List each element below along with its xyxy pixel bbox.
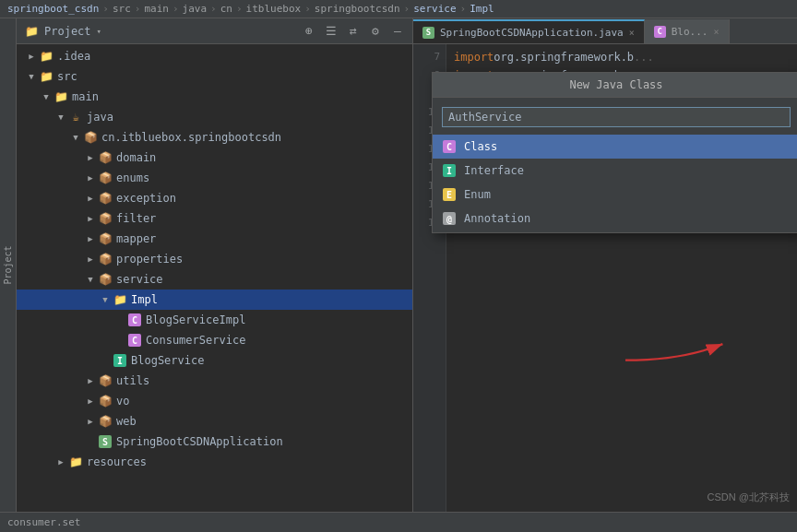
tree-arrow-12: ▼	[98, 292, 113, 307]
class-name-input[interactable]	[442, 107, 791, 127]
tree-label-9: mapper	[116, 232, 156, 245]
tree-arrow-16: ▶	[83, 373, 98, 388]
popup-item-icon-2: E	[442, 187, 457, 202]
editor-tabs: SSpringBootCSDNApplication.java×CBlo...×	[413, 18, 797, 44]
tree-label-6: enums	[116, 171, 149, 184]
sidebar-label-text: Project	[3, 245, 13, 284]
tree-label-14: ConsumerService	[146, 334, 245, 347]
tab-close-1[interactable]: ×	[713, 27, 719, 37]
tree-item-13[interactable]: CBlogServiceImpl	[17, 310, 412, 330]
tree-item-5[interactable]: ▶📦domain	[17, 148, 412, 168]
toolbar-settings-icon[interactable]: ⚙	[368, 24, 383, 39]
tree-label-11: service	[116, 273, 163, 286]
tree-icon-13: C	[127, 313, 142, 327]
tab-label-0: SpringBootCSDNApplication.java	[440, 27, 624, 39]
toolbar-add-icon[interactable]: ⊕	[302, 24, 316, 39]
title-part-3[interactable]: main	[144, 3, 169, 15]
tab-icon-0: S	[422, 26, 434, 39]
tree-label-4: cn.itbluebox.springbootcsdn	[101, 131, 281, 144]
tree-item-17[interactable]: ▶📦vo	[17, 391, 412, 411]
tree-arrow-4: ▼	[68, 130, 83, 145]
toolbar-list-icon[interactable]: ☰	[324, 24, 339, 39]
project-toolbar: ⊕ ☰ ⇄ ⚙ —	[302, 24, 405, 39]
editor-content: 78910111213141516 import org.springframe…	[413, 44, 797, 512]
title-bar: springboot_csdn › src › main › java › cn…	[0, 0, 797, 18]
title-part-1[interactable]: springboot_csdn	[7, 3, 99, 15]
tree-icon-5: 📦	[98, 150, 113, 165]
tree-icon-4: 📦	[83, 130, 98, 145]
project-header: 📁 Project ▾ ⊕ ☰ ⇄ ⚙ —	[17, 18, 412, 44]
tree-icon-0: 📁	[39, 49, 54, 64]
popup-item-annotation[interactable]: @Annotation	[433, 207, 797, 231]
title-part-8[interactable]: service	[413, 3, 456, 15]
tree-arrow-17: ▶	[83, 394, 98, 408]
popup-item-enum[interactable]: EEnum	[433, 183, 797, 207]
title-sep-5: ›	[236, 3, 243, 15]
tree-item-9[interactable]: ▶📦mapper	[17, 229, 412, 249]
tree-item-16[interactable]: ▶📦utils	[17, 371, 412, 391]
title-part-5[interactable]: cn	[220, 3, 232, 15]
title-part-2[interactable]: src	[113, 3, 131, 15]
tree-item-2[interactable]: ▼📁main	[17, 87, 412, 107]
tab-label-1: Blo...	[672, 26, 708, 38]
tree-item-7[interactable]: ▶📦exception	[17, 188, 412, 208]
project-header-left: 📁 Project ▾	[24, 24, 101, 39]
tree-item-6[interactable]: ▶📦enums	[17, 168, 412, 188]
code-line-0: import org.springframework.b...	[454, 48, 790, 66]
tree-icon-18: 📦	[98, 414, 113, 429]
popup-item-interface[interactable]: IInterface	[433, 159, 797, 183]
tree-item-20[interactable]: ▶📁resources	[17, 452, 412, 472]
tree-item-11[interactable]: ▼📦service	[17, 269, 412, 290]
tree-item-18[interactable]: ▶📦web	[17, 411, 412, 432]
title-sep-3: ›	[172, 3, 179, 15]
editor-tab-1[interactable]: CBlo...×	[645, 19, 730, 43]
tree-arrow-10: ▶	[83, 252, 98, 266]
tree-item-1[interactable]: ▼📁src	[17, 66, 412, 87]
tree-label-10: properties	[116, 253, 183, 266]
tree-label-5: domain	[116, 151, 156, 164]
tree-item-19[interactable]: SSpringBootCSDNApplication	[17, 432, 412, 452]
title-part-4[interactable]: java	[183, 3, 208, 15]
tree-item-10[interactable]: ▶📦properties	[17, 249, 412, 269]
tree-arrow-6: ▶	[83, 171, 98, 185]
tree-icon-12: 📁	[113, 292, 127, 307]
title-sep-8: ›	[460, 3, 467, 15]
title-sep-7: ›	[404, 3, 410, 15]
tree-item-3[interactable]: ▼☕java	[17, 107, 412, 127]
tree-icon-14: C	[127, 333, 142, 348]
status-text: consumer.set	[7, 516, 80, 528]
tab-icon-1: C	[654, 25, 666, 38]
tree-arrow-9: ▶	[83, 231, 98, 246]
tree-label-7: exception	[116, 192, 176, 205]
tree-item-15[interactable]: IBlogService	[17, 350, 412, 371]
title-part-6[interactable]: itbluebox	[246, 3, 302, 15]
toolbar-minimize-icon[interactable]: —	[390, 24, 405, 39]
title-part-7[interactable]: springbootcsdn	[315, 3, 400, 15]
tree-icon-16: 📦	[98, 373, 113, 388]
tree-item-4[interactable]: ▼📦cn.itbluebox.springbootcsdn	[17, 127, 412, 148]
tree-item-12[interactable]: ▼📁Impl	[17, 290, 412, 310]
tree-arrow-18: ▶	[83, 414, 98, 429]
main-layout: Project 📁 Project ▾ ⊕ ☰ ⇄ ⚙ — ▶📁.idea▼📁s…	[0, 18, 797, 512]
editor-tab-0[interactable]: SSpringBootCSDNApplication.java×	[413, 19, 645, 43]
tree-item-14[interactable]: CConsumerService	[17, 330, 412, 350]
tree-arrow-14	[113, 333, 127, 348]
title-part-9[interactable]: Impl	[470, 3, 494, 15]
tree-icon-6: 📦	[98, 171, 113, 185]
tree-icon-19: S	[98, 434, 113, 449]
tree-item-0[interactable]: ▶📁.idea	[17, 46, 412, 66]
popup-item-class[interactable]: CClass	[433, 135, 797, 159]
tree-item-8[interactable]: ▶📦filter	[17, 208, 412, 229]
tab-close-0[interactable]: ×	[629, 28, 635, 38]
toolbar-sync-icon[interactable]: ⇄	[346, 24, 361, 39]
tree-icon-1: 📁	[39, 69, 54, 84]
popup-item-label-2: Enum	[464, 188, 491, 201]
project-dropdown-icon[interactable]: ▾	[97, 27, 101, 36]
editor-panel: SSpringBootCSDNApplication.java×CBlo...×…	[413, 18, 797, 512]
tree-icon-9: 📦	[98, 231, 113, 246]
popup-item-list: CClassIInterfaceEEnum@Annotation	[433, 133, 797, 232]
popup-item-icon-1: I	[442, 163, 457, 178]
tree-icon-7: 📦	[98, 191, 113, 206]
popup-item-label-1: Interface	[464, 164, 524, 177]
title-sep-4: ›	[210, 3, 217, 15]
